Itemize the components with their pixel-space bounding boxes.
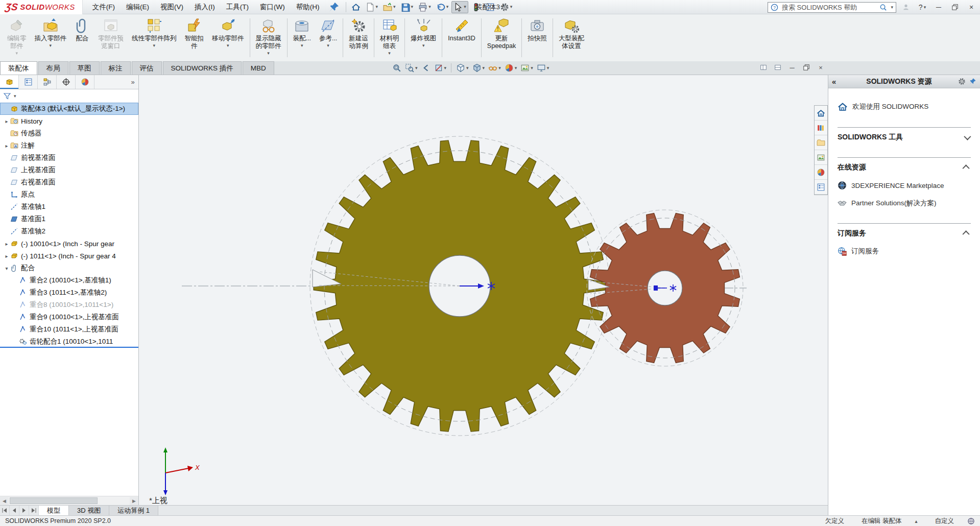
tree-item-history[interactable]: ▸History xyxy=(0,115,138,127)
task-pane-settings-icon[interactable] xyxy=(958,78,966,85)
menu-help[interactable]: 帮助(H) xyxy=(291,0,325,14)
hide-show-items-dropdown-icon[interactable]: ▾ xyxy=(498,66,501,70)
exploded-view-button[interactable]: 爆炸视图▾ xyxy=(407,14,440,61)
expand-panel-icon[interactable]: » xyxy=(127,75,138,89)
search-box[interactable]: ? ▾ xyxy=(768,2,896,13)
view-settings-button[interactable]: ▾ xyxy=(536,62,551,74)
scrollbar-thumb[interactable] xyxy=(10,497,98,504)
scrollbar-track[interactable] xyxy=(9,496,130,505)
tree-item-axis2[interactable]: 基准轴2 xyxy=(0,225,138,237)
status-globe-icon[interactable] xyxy=(967,517,975,525)
task-pane-pin-icon[interactable] xyxy=(969,78,976,85)
bill-of-materials-dropdown-icon[interactable]: ▾ xyxy=(388,51,391,56)
undo-dropdown-icon[interactable]: ▾ xyxy=(446,5,449,9)
move-component-button[interactable]: 移动零部件▾ xyxy=(208,14,248,61)
view-settings-dropdown-icon[interactable]: ▾ xyxy=(547,66,549,70)
new-button[interactable]: ▾ xyxy=(364,1,380,13)
section-solidworks-tools-chevron-icon[interactable] xyxy=(964,133,971,140)
smart-fasteners-button[interactable]: 智能扣 件 xyxy=(181,14,208,61)
search-input[interactable] xyxy=(781,3,877,12)
restore-doc-button[interactable] xyxy=(802,63,811,72)
home-button[interactable] xyxy=(349,1,363,13)
menu-tools[interactable]: 工具(T) xyxy=(221,0,254,14)
edit-component-dropdown-icon[interactable]: ▾ xyxy=(15,51,18,56)
menu-insert[interactable]: 插入(I) xyxy=(189,0,221,14)
insert-component-dropdown-icon[interactable]: ▾ xyxy=(49,43,52,48)
help-button[interactable]: ?▾ xyxy=(916,1,929,13)
tab-layout[interactable]: 布局 xyxy=(38,61,68,75)
show-hidden-button[interactable]: 显示隐藏 的零部件▾ xyxy=(252,14,285,61)
assembly-features-button[interactable]: 装配...▾ xyxy=(289,14,315,61)
scroll-left-icon[interactable]: ◀ xyxy=(0,497,9,505)
tree-item-front-plane[interactable]: 前视基准面 xyxy=(0,152,138,164)
filter-dropdown-icon[interactable]: ▾ xyxy=(14,94,16,99)
edit-appearance-dropdown-icon[interactable]: ▾ xyxy=(515,66,517,70)
tabs-next-button[interactable] xyxy=(19,506,29,515)
minimize-button[interactable]: ─ xyxy=(932,1,945,13)
hide-show-items-button[interactable]: ▾ xyxy=(487,62,502,74)
reference-geometry-dropdown-icon[interactable]: ▾ xyxy=(327,43,329,48)
new-motion-study-button[interactable]: 新建运 动算例 xyxy=(345,14,372,61)
section-solidworks-tools-header[interactable]: SOLIDWORKS 工具 xyxy=(838,133,971,142)
tab-mbd[interactable]: MBD xyxy=(243,61,274,75)
tree-item-axis1[interactable]: 基准轴1 xyxy=(0,201,138,213)
tree-item-plane1[interactable]: 基准面1 xyxy=(0,213,138,225)
menu-file[interactable]: 文件(F) xyxy=(87,0,121,14)
tree-item-mate-coincident3[interactable]: 重合3 (1011<1>,基准轴2) xyxy=(0,286,138,299)
doc-tab-3d-views[interactable]: 3D 视图 xyxy=(69,506,109,515)
edit-appearance-button[interactable]: ▾ xyxy=(504,62,518,74)
menu-view[interactable]: 视图(V) xyxy=(155,0,189,14)
open-button[interactable]: ▾ xyxy=(381,1,398,13)
tab-annotate[interactable]: 标注 xyxy=(101,61,131,75)
open-dropdown-icon[interactable]: ▾ xyxy=(393,5,396,9)
user-account-button[interactable] xyxy=(899,1,913,13)
take-snapshot-button[interactable]: 拍快照 xyxy=(523,14,551,61)
tree-item-annotations[interactable]: ▸A注解 xyxy=(0,139,138,152)
tabs-first-button[interactable] xyxy=(0,506,10,515)
section-online-resources-header[interactable]: 在线资源 xyxy=(838,163,971,172)
graphics-area[interactable]: X*上视 xyxy=(139,75,828,505)
undo-button[interactable]: ▾ xyxy=(434,1,451,13)
settings-dropdown-icon[interactable]: ▾ xyxy=(510,5,513,9)
tabs-last-button[interactable] xyxy=(29,506,39,515)
save-dropdown-icon[interactable]: ▾ xyxy=(411,5,414,9)
design-library-tab[interactable] xyxy=(815,121,827,135)
tree-item-gear-mate1[interactable]: 齿轮配合1 (10010<1>,1011 xyxy=(0,336,138,348)
select-dropdown-icon[interactable]: ▾ xyxy=(464,5,466,9)
assembly-features-dropdown-icon[interactable]: ▾ xyxy=(301,43,303,48)
large-assembly-button[interactable]: 大型装配 体设置 xyxy=(555,14,588,61)
resources-tab[interactable] xyxy=(815,106,827,121)
select-button[interactable]: ▾ xyxy=(451,1,468,13)
section-view-button[interactable]: ▾ xyxy=(433,62,448,74)
view-palette-tab[interactable] xyxy=(815,150,827,165)
tree-item-mate-coincident2[interactable]: 重合2 (10010<1>,基准轴1) xyxy=(0,274,138,286)
exploded-view-dropdown-icon[interactable]: ▾ xyxy=(422,43,425,48)
filter-funnel-icon[interactable] xyxy=(3,92,11,100)
display-style-dropdown-icon[interactable]: ▾ xyxy=(483,66,485,70)
status-customize[interactable]: 自定义 xyxy=(935,517,954,525)
tree-item-assembly-root[interactable]: 装配体3 (默认<默认_显示状态-1>) xyxy=(0,103,138,115)
tree-item-mate-coincident8[interactable]: 重合8 (10010<1>,1011<1>) xyxy=(0,299,138,311)
zoom-fit-button[interactable] xyxy=(391,62,402,74)
show-hidden-dropdown-icon[interactable]: ▾ xyxy=(267,51,270,56)
tree-expand-icon[interactable]: ▸ xyxy=(3,143,10,149)
featuremanager-tab[interactable] xyxy=(0,75,19,89)
appearances-tab[interactable] xyxy=(815,165,827,180)
tree-item-mate-coincident10[interactable]: 重合10 (1011<1>,上视基准面 xyxy=(0,323,138,336)
tree-item-part-1011[interactable]: ▸(-) 1011<1> (Inch - Spur gear 4 xyxy=(0,250,138,262)
tree-item-mate-coincident9[interactable]: 重合9 (10010<1>,上视基准面 xyxy=(0,311,138,323)
tree-horizontal-scrollbar[interactable]: ◀ ▶ xyxy=(0,496,138,505)
pin-menu-icon[interactable] xyxy=(328,2,340,13)
tree-item-sensors[interactable]: 传感器 xyxy=(0,127,138,139)
view-orientation-button[interactable]: ▾ xyxy=(455,62,470,74)
pane-split-button[interactable] xyxy=(773,63,782,72)
tree-expand-icon[interactable]: ▾ xyxy=(3,266,10,271)
new-dropdown-icon[interactable]: ▾ xyxy=(376,5,378,9)
print-dropdown-icon[interactable]: ▾ xyxy=(428,5,431,9)
restore-button[interactable] xyxy=(948,1,962,13)
previous-view-button[interactable] xyxy=(420,62,432,74)
update-speedpak-button[interactable]: !更新 Speedpak xyxy=(483,14,520,61)
linear-pattern-button[interactable]: 线性零部件阵列▾ xyxy=(128,14,181,61)
collapse-pane-icon[interactable]: « xyxy=(832,77,843,86)
partner-solutions-link[interactable]: Partner Solutions(解决方案) xyxy=(838,199,971,208)
